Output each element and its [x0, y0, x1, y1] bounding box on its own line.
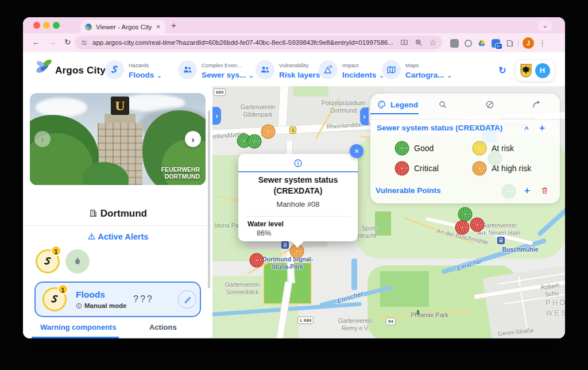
- flood-alert-count-badge: 1: [51, 245, 61, 256]
- search-icon[interactable]: [438, 100, 447, 111]
- map-label-polizeipraesidium: Polizeipräsidium Dortmund: [322, 99, 365, 114]
- city-title: Dortmund: [23, 208, 212, 219]
- reload-button[interactable]: ↻: [64, 37, 71, 47]
- brand-logo[interactable]: Argos City: [33, 57, 106, 76]
- drive-icon[interactable]: [478, 39, 486, 47]
- legend-item-label: Critical: [414, 164, 439, 173]
- zoom-icon[interactable]: [415, 38, 423, 47]
- legend-tab-underline: [370, 113, 419, 114]
- cloud: [36, 98, 87, 117]
- collapse-section-icon[interactable]: ^: [524, 125, 529, 133]
- alert-value-placeholder: ???: [133, 294, 154, 305]
- train-station-icon[interactable]: [281, 241, 289, 249]
- vulnerable-points-title[interactable]: Vulnerable Points: [376, 186, 441, 195]
- manhole-marker-at-high-risk[interactable]: [261, 124, 276, 139]
- new-tab-button[interactable]: +: [171, 20, 176, 30]
- nav-category: Vulnerability: [279, 62, 308, 68]
- browser-menu-button[interactable]: ⋮: [539, 39, 546, 48]
- tab-search-button[interactable]: ⌄: [537, 21, 552, 31]
- manhole-marker-good[interactable]: [247, 134, 262, 149]
- extension-circle-icon[interactable]: [465, 40, 472, 47]
- manhole-marker-critical[interactable]: [470, 217, 485, 232]
- critical-marker-icon: [394, 161, 409, 176]
- collapse-legend-button[interactable]: ›: [360, 107, 369, 125]
- legend-item-label: At high risk: [492, 164, 531, 173]
- legend-item-critical: Critical: [394, 161, 439, 176]
- tab-legend[interactable]: Legend: [377, 100, 418, 109]
- divider: [23, 225, 212, 226]
- water-level-label: Water level: [247, 220, 284, 228]
- edit-alert-button[interactable]: [178, 290, 196, 309]
- tab-close-icon[interactable]: ✕: [156, 24, 161, 30]
- popup-accent-line: [238, 171, 358, 172]
- manhole-marker-critical[interactable]: [455, 220, 470, 235]
- map-label-sport-eintracht: u. Sport- intracht: [355, 225, 378, 240]
- nav-complex-events[interactable]: Complex Even... Sewer sys...⌄: [178, 59, 254, 80]
- close-window-button[interactable]: [33, 22, 40, 29]
- info-icon: [76, 303, 82, 309]
- manhole-marker-critical[interactable]: [249, 253, 264, 268]
- building-icon: [88, 209, 98, 218]
- nav-value: Floods: [129, 71, 154, 79]
- city-sidebar: U ‹ › FEUERWEHR DORTMUND Dortmund Active…: [23, 86, 212, 338]
- forward-button[interactable]: →: [48, 37, 56, 47]
- fire-alert-chip[interactable]: [65, 249, 90, 273]
- tab-actions[interactable]: Actions: [149, 323, 177, 332]
- delete-trash-icon[interactable]: [540, 186, 549, 197]
- legend-panel: Legend Sewer system status (CREXDATA) ^ …: [370, 94, 560, 203]
- user-avatar[interactable]: H: [535, 63, 550, 78]
- nav-category: Maps: [405, 62, 419, 68]
- back-button[interactable]: ←: [32, 37, 40, 47]
- floods-card-title: Floods: [76, 290, 105, 300]
- carousel-prev-button[interactable]: ‹: [34, 131, 51, 147]
- brand-name: Argos City: [55, 65, 106, 76]
- sidebar-scrollbar[interactable]: [208, 110, 210, 288]
- nav-hazards[interactable]: Hazards Floods⌄: [105, 59, 162, 80]
- nav-maps[interactable]: Maps Cartogra...⌄: [382, 59, 452, 80]
- popup-close-button[interactable]: ✕: [350, 144, 363, 158]
- puzzle-extensions-icon[interactable]: [506, 39, 514, 47]
- profile-avatar[interactable]: J: [523, 37, 534, 49]
- cast-icon[interactable]: [400, 38, 408, 47]
- legend-tab-label: Legend: [390, 101, 418, 109]
- add-vulnerable-point-icon[interactable]: +: [524, 186, 530, 195]
- city-photo-carousel: U ‹ › FEUERWEHR DORTMUND: [30, 93, 206, 185]
- carousel-next-button[interactable]: ›: [185, 131, 201, 147]
- manual-mode-row: Manual mode: [76, 302, 126, 309]
- manhole-info-popup: Sewer system status (CREXDATA) Manhole #…: [238, 154, 358, 241]
- flame-icon: [72, 256, 83, 267]
- bookmark-star-icon[interactable]: ☆: [429, 38, 436, 47]
- user-card[interactable]: H: [516, 60, 554, 81]
- url-text[interactable]: app.argos-city.com/real-time?hazardId=60…: [92, 39, 394, 46]
- nav-value: Cartogra...: [405, 71, 444, 79]
- nav-impact[interactable]: Impact Incidents⌄: [319, 59, 384, 80]
- active-tab-underline: [32, 337, 119, 338]
- at-high-risk-marker-icon: [472, 161, 487, 176]
- address-bar[interactable]: app.argos-city.com/real-time?hazardId=60…: [75, 36, 442, 49]
- road-shield: 660: [214, 88, 226, 96]
- maximize-window-button[interactable]: [53, 22, 60, 29]
- map-label-buschmuehle: Buschmühle: [502, 246, 538, 253]
- minimize-window-button[interactable]: [43, 22, 50, 29]
- train-station-icon[interactable]: [497, 237, 505, 244]
- road-shield: 1: [289, 126, 296, 134]
- collapse-sidebar-button[interactable]: ‹: [212, 107, 221, 125]
- browser-tab[interactable]: Viewer - Argos City ✕: [80, 20, 165, 33]
- pencil-icon: [183, 295, 192, 304]
- extensions-row: 9+ J ⋮: [450, 37, 546, 49]
- nav-vulnerability[interactable]: Vulnerability Risk layers⌄: [256, 59, 328, 80]
- measure-compass-icon[interactable]: [485, 100, 494, 111]
- tab-divider: [119, 337, 212, 338]
- extension-icon[interactable]: [450, 39, 459, 48]
- password-manager-icon[interactable]: 9+: [492, 39, 500, 48]
- share-curved-arrow-icon[interactable]: [532, 100, 541, 111]
- floods-alert-card[interactable]: 1 Floods Manual mode ???: [34, 282, 201, 317]
- refresh-icon[interactable]: ↻: [498, 65, 506, 76]
- map-canvas[interactable]: Gartenverein Gildenpark Polizeipräsidium…: [212, 86, 565, 338]
- active-alerts-heading: Active Alerts: [23, 232, 212, 241]
- tab-warning-components[interactable]: Warning components: [40, 323, 116, 332]
- map-label-gartenverein-remy: Gartenverein Remy e.V.: [338, 317, 373, 332]
- site-info-icon[interactable]: [80, 39, 88, 47]
- add-layer-icon[interactable]: +: [539, 124, 545, 133]
- people-icon: [178, 60, 197, 79]
